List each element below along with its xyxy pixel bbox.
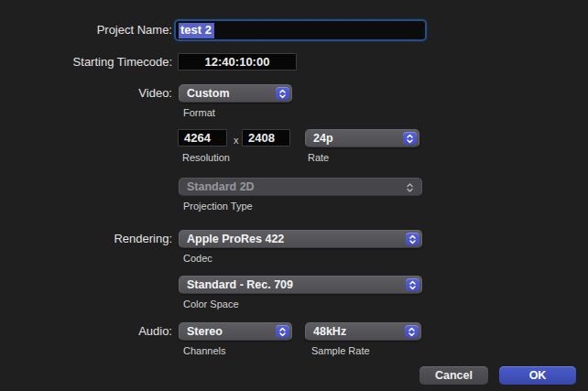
chevron-up-down-icon: [276, 87, 289, 100]
audio-label: Audio:: [0, 324, 172, 339]
color-space-popup[interactable]: Standard - Rec. 709: [179, 276, 422, 294]
channels-caption: Channels: [183, 345, 225, 357]
sample-rate-popup[interactable]: 48kHz: [305, 322, 421, 341]
projection-type-popup: Standard 2D: [179, 178, 422, 196]
format-popup-value: Custom: [187, 87, 230, 100]
channels-popup[interactable]: Stereo: [179, 322, 292, 341]
format-popup[interactable]: Custom: [179, 84, 292, 103]
format-caption: Format: [183, 107, 215, 119]
resolution-separator: x: [234, 135, 239, 146]
projection-type-caption: Projection Type: [183, 201, 253, 212]
chevron-up-down-icon: [405, 181, 415, 193]
color-space-caption: Color Space: [183, 299, 239, 310]
video-label: Video:: [0, 86, 172, 101]
rendering-label: Rendering:: [0, 232, 172, 246]
codec-popup[interactable]: Apple ProRes 422: [179, 230, 422, 248]
ok-button[interactable]: OK: [499, 366, 576, 385]
starting-timecode-label: Starting Timecode:: [0, 55, 172, 70]
rate-popup[interactable]: 24p: [305, 129, 419, 147]
sample-rate-popup-value: 48kHz: [313, 325, 346, 338]
rate-caption: Rate: [308, 152, 329, 164]
chevron-up-down-icon: [406, 233, 419, 245]
sample-rate-caption: Sample Rate: [311, 345, 370, 357]
chevron-up-down-icon: [276, 325, 289, 338]
chevron-up-down-icon: [403, 132, 417, 145]
starting-timecode-field[interactable]: 12:40:10:00: [178, 53, 297, 71]
chevron-up-down-icon: [405, 325, 419, 338]
rate-popup-value: 24p: [313, 132, 333, 145]
project-name-label: Project Name:: [0, 23, 172, 38]
color-space-popup-value: Standard - Rec. 709: [187, 278, 293, 291]
chevron-up-down-icon: [406, 278, 419, 291]
resolution-width-field[interactable]: 4264: [178, 129, 227, 147]
project-name-selected-text: test 2: [179, 23, 214, 38]
resolution-caption: Resolution: [182, 152, 230, 164]
channels-popup-value: Stereo: [187, 325, 223, 338]
project-name-input[interactable]: test 2: [174, 19, 427, 41]
codec-caption: Codec: [183, 253, 212, 265]
resolution-height-field[interactable]: 2408: [242, 129, 290, 147]
new-project-dialog: Project Name: test 2 Starting Timecode: …: [0, 0, 588, 391]
cancel-button[interactable]: Cancel: [419, 366, 488, 385]
projection-type-popup-value: Standard 2D: [187, 180, 255, 193]
codec-popup-value: Apple ProRes 422: [187, 233, 284, 245]
